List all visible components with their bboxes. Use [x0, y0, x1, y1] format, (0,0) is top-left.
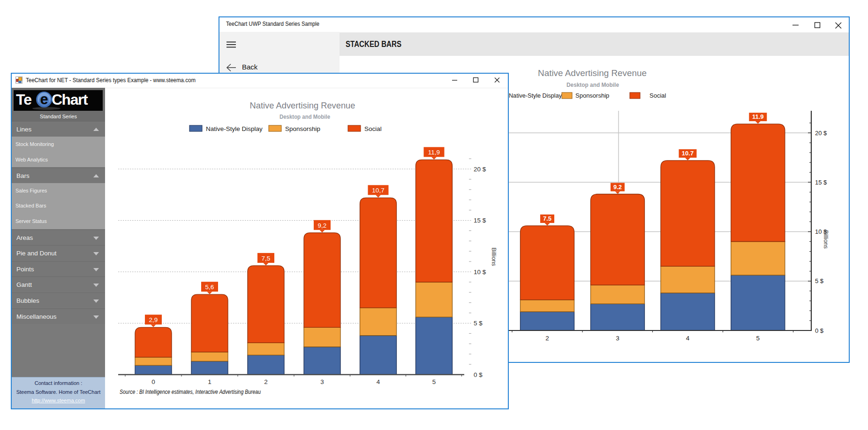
svg-text:Desktop and Mobile: Desktop and Mobile	[279, 114, 330, 120]
svg-text:10,7: 10,7	[372, 187, 384, 194]
svg-text:Source : BI Intelligence estim: Source : BI Intelligence estimates, Inte…	[120, 388, 261, 395]
svg-text:7.5: 7.5	[543, 215, 551, 222]
svg-text:20 $: 20 $	[474, 166, 486, 173]
svg-text:5: 5	[756, 335, 760, 342]
svg-text:0 $: 0 $	[815, 327, 824, 334]
svg-text:11,9: 11,9	[428, 149, 440, 156]
svg-text:9.2: 9.2	[613, 184, 622, 191]
svg-text:10.7: 10.7	[682, 150, 694, 157]
svg-text:3: 3	[616, 335, 619, 342]
svg-text:Sponsorship: Sponsorship	[285, 125, 320, 132]
svg-text:7,5: 7,5	[262, 255, 271, 262]
svg-text:0 $: 0 $	[474, 371, 483, 378]
svg-text:20 $: 20 $	[815, 130, 827, 137]
svg-text:Desktop and Mobile: Desktop and Mobile	[566, 81, 619, 88]
svg-text:Native-Style Display: Native-Style Display	[206, 125, 263, 132]
svg-text:5,6: 5,6	[205, 284, 214, 291]
svg-text:11.9: 11.9	[752, 113, 764, 120]
svg-text:Billions: Billions	[491, 247, 497, 266]
svg-text:10 $: 10 $	[474, 269, 486, 276]
svg-text:Native Advertising Revenue: Native Advertising Revenue	[538, 68, 647, 78]
svg-text:15 $: 15 $	[474, 217, 486, 224]
svg-text:1: 1	[208, 378, 211, 385]
svg-text:Billions: Billions	[823, 230, 829, 249]
svg-text:5 $: 5 $	[815, 277, 824, 284]
svg-text:15 $: 15 $	[815, 179, 827, 186]
svg-text:Native-Style Display: Native-Style Display	[509, 92, 562, 99]
svg-text:4: 4	[377, 378, 380, 385]
svg-text:2: 2	[264, 378, 268, 385]
svg-text:0: 0	[151, 378, 155, 385]
svg-text:Native Advertising Revenue: Native Advertising Revenue	[250, 100, 355, 110]
svg-text:3: 3	[320, 378, 324, 385]
svg-text:9,2: 9,2	[318, 222, 327, 229]
svg-text:5 $: 5 $	[474, 320, 483, 327]
svg-text:5: 5	[432, 378, 436, 385]
svg-text:Sponsorship: Sponsorship	[575, 92, 609, 99]
svg-text:2,9: 2,9	[149, 316, 158, 323]
svg-text:Social: Social	[364, 125, 382, 132]
svg-text:4: 4	[686, 335, 690, 342]
svg-text:2: 2	[545, 335, 549, 342]
svg-text:Social: Social	[649, 92, 666, 99]
